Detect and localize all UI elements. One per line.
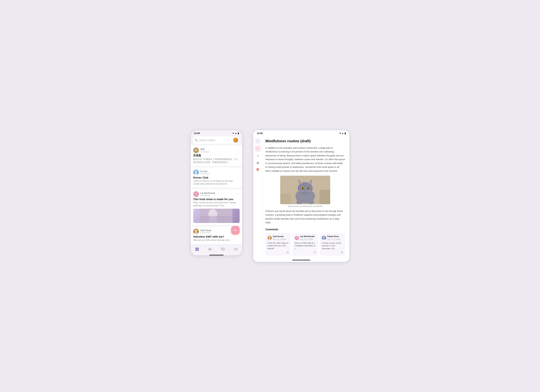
comment-text: Is this the right image or maybe find on… [267, 242, 289, 250]
screens-container: 12:00 ▾ ▲ ▮ 🔍 Search replies 强 [190, 130, 350, 262]
tool-image-button[interactable]: ▦ [255, 160, 261, 166]
article-area: Mindfulness routine (draft) In addition … [262, 135, 349, 259]
comments-section: Comments Ziad Aouad May 18, 5:42PM [265, 227, 345, 256]
back-button[interactable]: ← [255, 138, 261, 144]
star-icon[interactable]: ☆ [237, 149, 240, 152]
user-avatar-img [233, 138, 238, 143]
msg-title: This food show is made for you [193, 198, 240, 201]
tool-text-button[interactable]: A [255, 152, 261, 159]
text-icon: A [257, 154, 259, 157]
msg-header: 强 老强 10 min ago ☆ [193, 147, 240, 153]
msg-preview: Ping– you'd love this new food show I st… [193, 201, 240, 207]
image-icon: ▦ [257, 161, 259, 164]
msg-name: 老强 [200, 148, 209, 151]
msg-user: 🌸 Lily MacDonald 2 hours ago [193, 191, 215, 197]
comment-header: Fabian Reza May 4, 12:32PM [322, 235, 343, 241]
signal-icon: ▲ [341, 132, 344, 135]
svg-point-0 [195, 171, 197, 173]
svg-rect-5 [200, 216, 232, 223]
avatar [322, 236, 326, 240]
nav-item-messages[interactable] [221, 247, 225, 251]
comment-date: May 18, 5:13PM [300, 238, 315, 241]
comment-header: 🌸 Lily MacDonald May 18, 5:13PM [295, 235, 316, 241]
comment-reply-icon[interactable]: ▦ [322, 251, 343, 254]
msg-user: So Duri 20 min ago [193, 170, 209, 175]
svg-marker-17 [236, 249, 237, 250]
comment-name: Lily MacDonald [300, 235, 315, 238]
nav-item-dashboard[interactable] [195, 247, 199, 251]
svg-rect-13 [208, 249, 212, 249]
svg-rect-16 [234, 248, 236, 250]
avatar [193, 170, 199, 175]
avatar: 🌸 [295, 236, 299, 240]
svg-point-35 [308, 200, 314, 204]
comment-name: Ziad Aouad [273, 235, 286, 238]
comment-reply-icon[interactable]: ▦ [267, 251, 289, 254]
search-icon: 🔍 [195, 139, 198, 142]
list-item[interactable]: 强 老强 10 min ago ☆ 豆花鱼 最近忙吗？昨晚我去了你最爱的那家饭馆… [191, 145, 242, 166]
comment-name: Fabian Reza [327, 235, 340, 238]
battery-icon: ▮ [345, 132, 346, 135]
tablet-home-indicator [292, 260, 310, 260]
comment-reply-icon[interactable]: ▦ [295, 251, 316, 254]
bottom-nav [191, 245, 242, 254]
svg-rect-9 [197, 248, 199, 249]
user-avatar [233, 138, 238, 143]
svg-rect-12 [208, 248, 212, 249]
comment-text: Gave a similar talk at a meditation work… [295, 242, 316, 250]
article-image-wrap: Being present, as illustrated by my dog … [265, 176, 345, 208]
nav-item-video[interactable] [234, 247, 238, 251]
svg-rect-14 [208, 250, 212, 250]
home-indicator [209, 255, 224, 255]
svg-point-6 [195, 230, 197, 232]
svg-point-40 [323, 236, 325, 238]
msg-preview: 最近忙吗？昨晚我去了你最爱的那家饭馆，点了他们的特色豆花鱼，吃着吃着就想你… [193, 158, 240, 164]
msg-name: So Duri [200, 170, 209, 173]
msg-preview: What do you think about training to be… [193, 239, 240, 242]
list-item[interactable]: So Duri 20 min ago ☆ Dinner Club I think… [191, 167, 242, 188]
svg-point-27 [302, 187, 303, 189]
msg-user: 强 老强 10 min ago [193, 147, 209, 153]
tool-pencil-button[interactable]: ✏ [255, 145, 261, 152]
msg-image [193, 209, 240, 223]
phone-status-bar: 12:00 ▾ ▲ ▮ [191, 130, 242, 135]
msg-time: 20 min ago [200, 173, 209, 175]
comments-title: Comments [265, 227, 345, 231]
svg-point-41 [323, 239, 325, 240]
svg-point-7 [195, 232, 198, 234]
list-item[interactable]: 🌸 Lily MacDonald 2 hours ago ☆ This food… [191, 189, 242, 225]
msg-user: Ziad Aouad 6 hours ago [193, 229, 211, 234]
tool-calendar-button[interactable]: 📅 [255, 167, 261, 173]
msg-title: Volunteer EMT with me? [193, 235, 240, 238]
tablet-screen: 12:00 ▾ ▲ ▮ ← ✏ A ▦ [253, 130, 350, 262]
star-icon[interactable]: ☆ [237, 193, 240, 196]
cat-illustration [280, 176, 330, 204]
svg-rect-37 [320, 190, 330, 204]
avatar [267, 236, 272, 240]
msg-preview: I think it's time for us to finally try … [193, 180, 240, 186]
tablet-content: ← ✏ A ▦ 📅 Mindfulness routine (draft) In [253, 135, 349, 259]
svg-rect-11 [197, 249, 199, 251]
pencil-icon: ✏ [234, 228, 237, 232]
msg-name: Ziad Aouad [200, 229, 211, 232]
svg-point-39 [268, 239, 271, 240]
avatar: 强 [193, 147, 199, 153]
phone-status-icons: ▾ ▲ ▮ [233, 132, 239, 135]
phone-screen: 12:00 ▾ ▲ ▮ 🔍 Search replies 强 [190, 130, 242, 256]
article-title: Mindfulness routine (draft) [265, 138, 345, 144]
signal-icon: ▲ [235, 132, 237, 135]
nav-item-list[interactable] [208, 247, 212, 251]
comment-card[interactable]: 🌸 Lily MacDonald May 18, 5:13PM Gave a s… [293, 233, 318, 256]
tablet-status-icons: ▾ ▲ ▮ [340, 132, 346, 135]
article-body-2: If there's any doubt about the benefits … [265, 209, 345, 225]
compose-fab-button[interactable]: ✏ [231, 226, 240, 235]
msg-time: 10 min ago [200, 151, 209, 153]
msg-header: So Duri 20 min ago ☆ [193, 170, 240, 175]
pencil-icon: ✏ [257, 147, 259, 150]
msg-title: 豆花鱼 [193, 154, 240, 157]
tablet-status-bar: 12:00 ▾ ▲ ▮ [253, 130, 349, 135]
comment-card[interactable]: Fabian Reza May 4, 12:32PM Is there a mo… [320, 233, 345, 256]
search-bar[interactable]: 🔍 Search replies [193, 136, 240, 144]
comment-card[interactable]: Ziad Aouad May 18, 5:42PM Is this the ri… [265, 233, 291, 256]
star-icon[interactable]: ☆ [237, 171, 240, 174]
